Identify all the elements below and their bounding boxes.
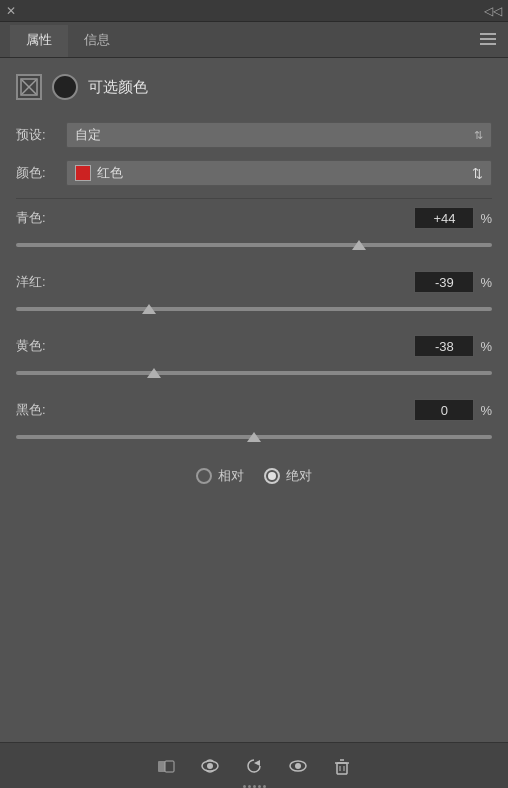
radio-relative-label: 相对 — [218, 467, 244, 485]
tab-bar: 属性 信息 — [0, 22, 508, 58]
preset-value: 自定 — [75, 126, 101, 144]
bottom-toolbar — [0, 742, 508, 788]
svg-point-9 — [295, 763, 301, 769]
radio-absolute-circle — [264, 468, 280, 484]
preset-select[interactable]: 自定 ⇅ — [66, 122, 492, 148]
radio-relative-circle — [196, 468, 212, 484]
toolbar-grip — [234, 784, 274, 788]
black-slider-section: 黑色: 0 % — [16, 399, 492, 447]
magenta-label: 洋红: — [16, 273, 46, 291]
black-label: 黑色: — [16, 401, 46, 419]
yellow-label: 黄色: — [16, 337, 46, 355]
tab-properties[interactable]: 属性 — [10, 25, 68, 57]
svg-marker-7 — [254, 760, 260, 766]
preset-label: 预设: — [16, 126, 58, 144]
circle-icon[interactable] — [52, 74, 78, 100]
black-percent: % — [480, 403, 492, 418]
close-button[interactable]: ✕ — [6, 5, 18, 17]
preset-row: 预设: 自定 ⇅ — [16, 122, 492, 148]
mask-icon[interactable] — [16, 74, 42, 100]
magenta-percent: % — [480, 275, 492, 290]
color-row: 颜色: 红色 ⇅ — [16, 160, 492, 186]
yellow-percent: % — [480, 339, 492, 354]
cyan-slider-section: 青色: +44 % — [16, 207, 492, 255]
divider-1 — [16, 198, 492, 199]
yellow-slider[interactable] — [16, 363, 492, 383]
cyan-label: 青色: — [16, 209, 46, 227]
visibility-button[interactable] — [196, 752, 224, 780]
svg-rect-10 — [337, 763, 347, 774]
magenta-slider[interactable] — [16, 299, 492, 319]
magenta-slider-section: 洋红: -39 % — [16, 271, 492, 319]
header-row: 可选颜色 — [16, 68, 492, 106]
delete-button[interactable] — [328, 752, 356, 780]
radio-absolute-label: 绝对 — [286, 467, 312, 485]
svg-rect-4 — [165, 761, 174, 772]
radio-absolute[interactable]: 绝对 — [264, 467, 312, 485]
cyan-value[interactable]: +44 — [414, 207, 474, 229]
title-bar: ✕ ◁◁ — [0, 0, 508, 22]
cyan-percent: % — [480, 211, 492, 226]
yellow-slider-section: 黄色: -38 % — [16, 335, 492, 383]
preset-arrow: ⇅ — [474, 129, 483, 142]
svg-point-6 — [207, 763, 213, 769]
add-mask-button[interactable] — [152, 752, 180, 780]
color-label: 颜色: — [16, 164, 58, 182]
color-value: 红色 — [97, 164, 123, 182]
panel-menu-button[interactable] — [480, 30, 500, 48]
magenta-value[interactable]: -39 — [414, 271, 474, 293]
preview-button[interactable] — [284, 752, 312, 780]
black-slider[interactable] — [16, 427, 492, 447]
color-swatch — [75, 165, 91, 181]
panel-title: 可选颜色 — [88, 78, 148, 97]
radio-relative[interactable]: 相对 — [196, 467, 244, 485]
reset-button[interactable] — [240, 752, 268, 780]
color-arrow: ⇅ — [472, 166, 483, 181]
color-select[interactable]: 红色 ⇅ — [66, 160, 492, 186]
tab-info[interactable]: 信息 — [68, 25, 126, 57]
black-value[interactable]: 0 — [414, 399, 474, 421]
main-panel: 可选颜色 预设: 自定 ⇅ 颜色: 红色 ⇅ 青色: +44 % — [0, 58, 508, 511]
cyan-slider[interactable] — [16, 235, 492, 255]
yellow-value[interactable]: -38 — [414, 335, 474, 357]
radio-group: 相对 绝对 — [16, 467, 492, 485]
title-bar-collapse[interactable]: ◁◁ — [484, 4, 502, 18]
